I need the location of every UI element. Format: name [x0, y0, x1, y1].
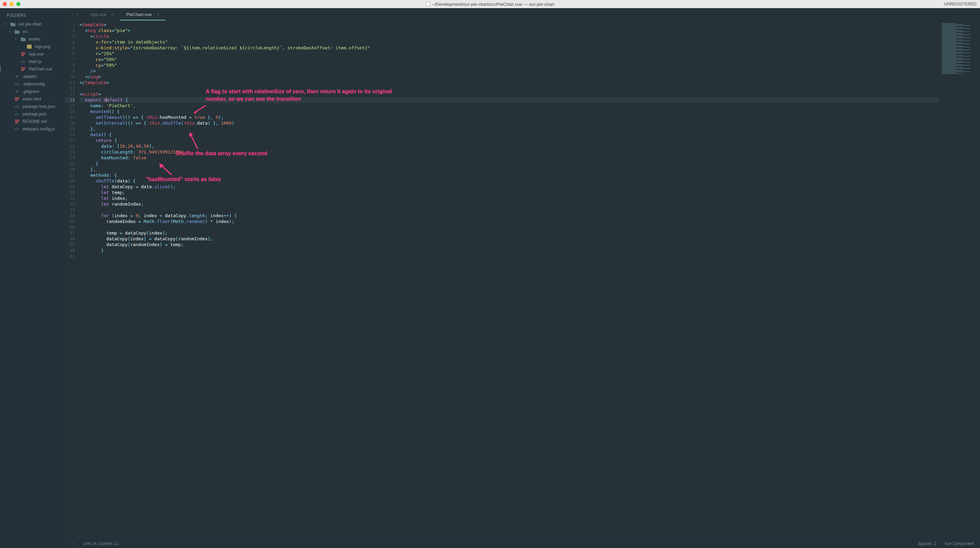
tree-label: src	[22, 29, 28, 34]
tab-bar: ‹ › App.vue×PieChart.vue×	[65, 8, 980, 21]
tab-App-vue[interactable]: App.vue×	[84, 8, 120, 21]
code-editor[interactable]: <template> <svg class="pie"> <circle v-f…	[80, 21, 939, 539]
svg-text:</>: </>	[14, 127, 19, 131]
status-bar: ⋮ Line 14, Column 11 Spaces: 2 Vue Compo…	[65, 539, 980, 548]
tree-label: README.md	[22, 119, 47, 124]
svg-text:</>: </>	[21, 60, 25, 64]
tree-item-App-vue[interactable]: App.vue	[1, 50, 65, 58]
maximize-window-button[interactable]	[16, 2, 21, 6]
image-icon	[27, 44, 32, 49]
svg-rect-0	[27, 44, 32, 49]
tree-item-logo-png[interactable]: logo.png	[1, 43, 65, 50]
svg-text:✳: ✳	[15, 89, 19, 94]
tree-item-assets[interactable]: ▾assets	[1, 35, 65, 43]
close-window-button[interactable]	[3, 2, 7, 6]
sidebar-header: FOLDERS	[1, 11, 65, 21]
file-icon: ✳	[14, 89, 20, 94]
tree-item-package-json[interactable]: </>package.json	[1, 110, 65, 118]
window-title: ~/Development/our-pie-chart/src/PieChart…	[432, 2, 554, 7]
nav-forward-icon[interactable]: ›	[76, 11, 78, 17]
tree-label: .babelrc	[22, 74, 37, 79]
tree-item--babelrc[interactable]: ✳.babelrc	[1, 73, 65, 80]
tree-label: main.js	[29, 59, 41, 64]
tree-label: assets	[29, 37, 41, 41]
tree-label: index.html	[22, 97, 41, 102]
file-icon: ✳	[14, 74, 20, 79]
document-icon	[426, 2, 430, 6]
tree-item-PieChart-vue[interactable]: PieChart.vue	[0, 65, 65, 73]
svg-text:</>: </>	[14, 112, 19, 116]
file-icon	[14, 119, 20, 124]
folder-icon	[21, 37, 26, 41]
tab-PieChart-vue[interactable]: PieChart.vue×	[120, 8, 165, 21]
file-icon	[21, 52, 26, 57]
tab-close-icon[interactable]: ×	[157, 11, 159, 17]
tab-close-icon[interactable]: ×	[111, 11, 114, 17]
tree-label: our-pie-chart	[18, 22, 41, 27]
syntax-setting[interactable]: Vue Component	[945, 541, 974, 546]
svg-text:</>: </>	[14, 105, 19, 109]
nav-back-icon[interactable]: ‹	[72, 11, 73, 17]
tree-label: webpack.config.js	[22, 127, 55, 131]
tree-label: PieChart.vue	[29, 67, 52, 71]
window-titlebar: ~/Development/our-pie-chart/src/PieChart…	[0, 0, 980, 8]
code-icon: </>	[14, 112, 20, 116]
tree-label: logo.png	[35, 44, 50, 49]
statusbar-menu-icon[interactable]: ⋮	[71, 541, 75, 546]
indent-setting[interactable]: Spaces: 2	[918, 541, 936, 546]
license-status: UNREGISTERED	[944, 2, 977, 6]
tab-label: App.vue	[90, 12, 107, 17]
tree-label: package-lock.json	[22, 104, 55, 109]
code-icon: </>	[14, 127, 20, 131]
svg-text:</>: </>	[14, 83, 19, 86]
file-icon	[14, 97, 20, 102]
tree-label: package.json	[22, 112, 47, 116]
folder-icon	[14, 29, 20, 34]
tree-item-index-html[interactable]: index.html	[1, 95, 65, 103]
tree-label: .editorconfig	[22, 82, 45, 86]
folder-icon	[10, 22, 16, 27]
code-icon: </>	[21, 59, 26, 64]
tree-label: .gitignore	[22, 89, 39, 94]
tree-item-src[interactable]: ▾src	[1, 28, 65, 35]
cursor-position[interactable]: Line 14, Column 11	[83, 541, 118, 546]
tree-item--gitignore[interactable]: ✳.gitignore	[1, 88, 65, 95]
line-gutter: 1234567891011121314151617181920212223242…	[65, 21, 80, 539]
file-sidebar: FOLDERS ▾our-pie-chart▾src▾assetslogo.pn…	[0, 8, 65, 548]
tree-item-README-md[interactable]: README.md	[1, 118, 65, 125]
tab-label: PieChart.vue	[126, 12, 152, 17]
tree-item-package-lock-json[interactable]: </>package-lock.json	[1, 103, 65, 110]
tree-item-webpack-config-js[interactable]: </>webpack.config.js	[1, 125, 65, 133]
svg-text:✳: ✳	[15, 74, 19, 79]
code-icon: </>	[14, 104, 20, 109]
minimize-window-button[interactable]	[10, 2, 14, 6]
tree-label: App.vue	[29, 52, 44, 57]
minimap[interactable]	[939, 21, 980, 539]
file-icon	[21, 67, 26, 71]
code-icon: </>	[14, 82, 20, 86]
tree-item--editorconfig[interactable]: </>.editorconfig	[1, 80, 65, 88]
tree-item-our-pie-chart[interactable]: ▾our-pie-chart	[1, 21, 65, 28]
tree-item-main-js[interactable]: </>main.js	[1, 58, 65, 65]
